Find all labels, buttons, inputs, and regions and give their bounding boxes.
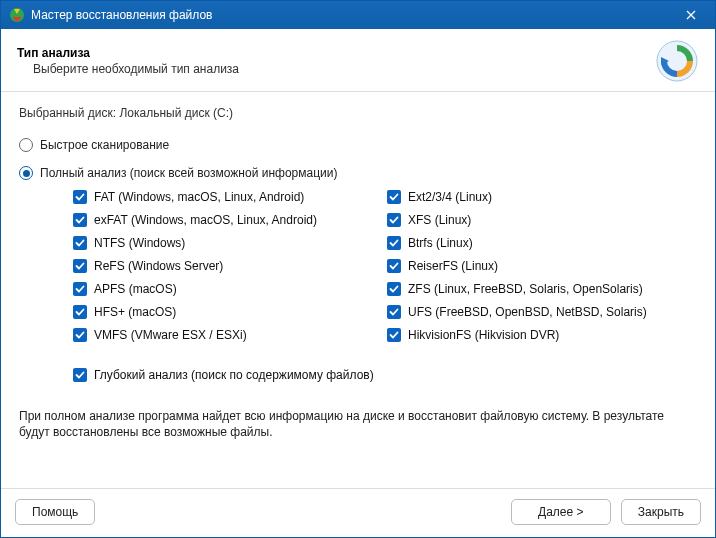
checkbox-filesystem[interactable]: VMFS (VMware ESX / ESXi) (73, 328, 317, 342)
page-subtitle: Выберите необходимый тип анализа (17, 62, 655, 76)
checkbox-filesystem-label: ReiserFS (Linux) (408, 259, 498, 273)
checkbox-icon (73, 368, 87, 382)
checkbox-filesystem[interactable]: ZFS (Linux, FreeBSD, Solaris, OpenSolari… (387, 282, 647, 296)
checkbox-filesystem[interactable]: FAT (Windows, macOS, Linux, Android) (73, 190, 317, 204)
checkbox-icon (387, 190, 401, 204)
checkbox-filesystem[interactable]: HikvisionFS (Hikvision DVR) (387, 328, 647, 342)
info-text: При полном анализе программа найдет всю … (19, 408, 697, 440)
checkbox-filesystem-label: FAT (Windows, macOS, Linux, Android) (94, 190, 304, 204)
checkbox-filesystem-label: exFAT (Windows, macOS, Linux, Android) (94, 213, 317, 227)
window-close-button[interactable] (673, 1, 709, 29)
close-button[interactable]: Закрыть (621, 499, 701, 525)
radio-icon (19, 166, 33, 180)
filesystem-column-right: Ext2/3/4 (Linux)XFS (Linux)Btrfs (Linux)… (387, 190, 647, 342)
radio-full-scan-label: Полный анализ (поиск всей возможной инфо… (40, 166, 337, 180)
filesystem-options: FAT (Windows, macOS, Linux, Android)exFA… (19, 190, 697, 342)
deep-analysis-row: Глубокий анализ (поиск по содержимому фа… (19, 368, 697, 382)
checkbox-icon (73, 190, 87, 204)
checkbox-filesystem[interactable]: ReiserFS (Linux) (387, 259, 647, 273)
checkbox-icon (387, 259, 401, 273)
checkbox-icon (73, 236, 87, 250)
wizard-header: Тип анализа Выберите необходимый тип ана… (1, 29, 715, 92)
checkbox-filesystem[interactable]: HFS+ (macOS) (73, 305, 317, 319)
checkbox-filesystem[interactable]: UFS (FreeBSD, OpenBSD, NetBSD, Solaris) (387, 305, 647, 319)
checkbox-filesystem[interactable]: APFS (macOS) (73, 282, 317, 296)
checkbox-filesystem[interactable]: NTFS (Windows) (73, 236, 317, 250)
content-area: Выбранный диск: Локальный диск (C:) Быст… (1, 92, 715, 488)
checkbox-icon (73, 259, 87, 273)
app-icon (9, 7, 25, 23)
wizard-icon (655, 39, 699, 83)
checkbox-filesystem-label: HFS+ (macOS) (94, 305, 176, 319)
checkbox-deep-analysis-label: Глубокий анализ (поиск по содержимому фа… (94, 368, 374, 382)
titlebar: Мастер восстановления файлов (1, 1, 715, 29)
help-button[interactable]: Помощь (15, 499, 95, 525)
checkbox-icon (73, 282, 87, 296)
next-button[interactable]: Далее > (511, 499, 611, 525)
checkbox-filesystem[interactable]: exFAT (Windows, macOS, Linux, Android) (73, 213, 317, 227)
window-title: Мастер восстановления файлов (31, 8, 673, 22)
checkbox-filesystem[interactable]: XFS (Linux) (387, 213, 647, 227)
footer: Помощь Далее > Закрыть (1, 488, 715, 537)
selected-disk-label: Выбранный диск: Локальный диск (C:) (19, 106, 697, 120)
checkbox-filesystem-label: NTFS (Windows) (94, 236, 185, 250)
checkbox-filesystem-label: ZFS (Linux, FreeBSD, Solaris, OpenSolari… (408, 282, 643, 296)
checkbox-icon (387, 213, 401, 227)
checkbox-filesystem-label: UFS (FreeBSD, OpenBSD, NetBSD, Solaris) (408, 305, 647, 319)
radio-full-scan[interactable]: Полный анализ (поиск всей возможной инфо… (19, 166, 697, 180)
checkbox-filesystem-label: Btrfs (Linux) (408, 236, 473, 250)
radio-quick-scan[interactable]: Быстрое сканирование (19, 138, 697, 152)
checkbox-icon (73, 328, 87, 342)
checkbox-filesystem-label: Ext2/3/4 (Linux) (408, 190, 492, 204)
checkbox-icon (387, 236, 401, 250)
checkbox-filesystem-label: ReFS (Windows Server) (94, 259, 223, 273)
checkbox-icon (387, 328, 401, 342)
radio-icon (19, 138, 33, 152)
checkbox-filesystem[interactable]: Btrfs (Linux) (387, 236, 647, 250)
filesystem-column-left: FAT (Windows, macOS, Linux, Android)exFA… (73, 190, 317, 342)
checkbox-filesystem-label: APFS (macOS) (94, 282, 177, 296)
checkbox-filesystem-label: HikvisionFS (Hikvision DVR) (408, 328, 559, 342)
checkbox-icon (387, 305, 401, 319)
checkbox-filesystem-label: XFS (Linux) (408, 213, 471, 227)
checkbox-filesystem[interactable]: ReFS (Windows Server) (73, 259, 317, 273)
checkbox-icon (387, 282, 401, 296)
checkbox-filesystem[interactable]: Ext2/3/4 (Linux) (387, 190, 647, 204)
page-title: Тип анализа (17, 46, 655, 60)
checkbox-icon (73, 305, 87, 319)
radio-quick-scan-label: Быстрое сканирование (40, 138, 169, 152)
checkbox-filesystem-label: VMFS (VMware ESX / ESXi) (94, 328, 247, 342)
checkbox-deep-analysis[interactable]: Глубокий анализ (поиск по содержимому фа… (73, 368, 697, 382)
checkbox-icon (73, 213, 87, 227)
